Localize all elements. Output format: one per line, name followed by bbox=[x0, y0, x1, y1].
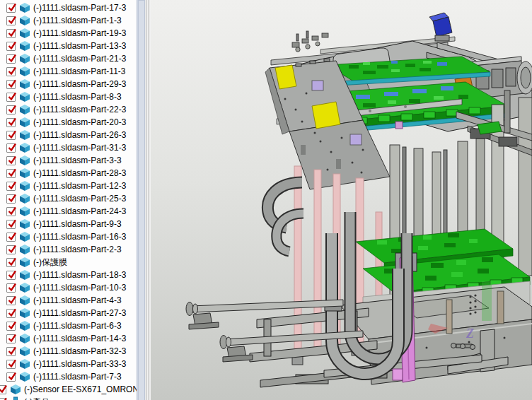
tree-item[interactable]: (-)1111.sldasm-Part-22-3 bbox=[0, 103, 137, 116]
visibility-checkbox[interactable] bbox=[6, 29, 16, 38]
tree-item-label: (-)1111.sldasm-Part-25-3 bbox=[33, 194, 126, 204]
visibility-checkbox[interactable] bbox=[6, 207, 16, 216]
tree-item[interactable]: (-)產品 bbox=[0, 396, 137, 400]
visibility-checkbox[interactable] bbox=[6, 54, 16, 64]
tree-item[interactable]: (-)1111.sldasm-Part-32-3 bbox=[0, 345, 137, 358]
tree-item-label: (-)1111.sldasm-Part-3-3 bbox=[33, 155, 122, 165]
model-viewport[interactable]: Z bbox=[151, 0, 532, 400]
tree-item[interactable]: (-)1111.sldasm-Part-31-3 bbox=[0, 141, 137, 154]
tree-item[interactable]: (-)1111.sldasm-Part-18-3 bbox=[0, 269, 137, 281]
visibility-checkbox[interactable] bbox=[6, 233, 16, 242]
visibility-checkbox[interactable] bbox=[6, 80, 16, 89]
part-cube-icon bbox=[19, 167, 30, 179]
tree-item-label: (-)1111.sldasm-Part-22-3 bbox=[33, 105, 126, 114]
visibility-checkbox[interactable] bbox=[6, 16, 16, 25]
tree-item[interactable]: (-)1111.sldasm-Part-27-3 bbox=[0, 307, 137, 319]
tree-item-label: (-)1111.sldasm-Part-18-3 bbox=[33, 270, 126, 280]
tree-item[interactable]: (-)1111.sldasm-Part-4-3 bbox=[0, 294, 137, 307]
part-cube-icon bbox=[19, 307, 30, 319]
feature-tree: (-)1111.sldasm-Part-17-3(-)1111.sldasm-P… bbox=[0, 0, 137, 400]
tree-item[interactable]: (-)1111.sldasm-Part-10-3 bbox=[0, 281, 137, 294]
visibility-checkbox[interactable] bbox=[6, 347, 16, 356]
visibility-checkbox[interactable] bbox=[6, 67, 16, 76]
tree-item-label: (-)Sensor EE-SX671_OMRON_3 bbox=[24, 384, 137, 394]
visibility-checkbox[interactable] bbox=[6, 182, 16, 191]
tree-item[interactable]: (-)1111.sldasm-Part-24-3 bbox=[0, 205, 137, 218]
part-cube-icon bbox=[19, 91, 30, 102]
tree-item[interactable]: (-)1111.sldasm-Part-19-3 bbox=[0, 27, 137, 40]
visibility-checkbox[interactable] bbox=[6, 322, 16, 331]
tree-item[interactable]: (-)1111.sldasm-Part-25-3 bbox=[0, 192, 137, 205]
tree-item-label: (-)1111.sldasm-Part-24-3 bbox=[33, 206, 126, 216]
tree-item[interactable]: (-)1111.sldasm-Part-21-3 bbox=[0, 52, 137, 65]
tree-item[interactable]: (-)1111.sldasm-Part-11-3 bbox=[0, 65, 137, 78]
visibility-checkbox[interactable] bbox=[0, 385, 6, 394]
part-cube-icon bbox=[19, 142, 30, 153]
tree-item[interactable]: (-)1111.sldasm-Part-13-3 bbox=[0, 40, 137, 52]
tree-scrollbar[interactable] bbox=[137, 0, 145, 400]
tree-item-label: (-)1111.sldasm-Part-20-3 bbox=[33, 117, 126, 127]
visibility-checkbox[interactable] bbox=[6, 271, 16, 280]
visibility-checkbox[interactable] bbox=[6, 220, 16, 229]
part-cube-icon bbox=[19, 66, 30, 77]
part-cube-icon bbox=[19, 53, 30, 64]
tree-item[interactable]: (-)1111.sldasm-Part-9-3 bbox=[0, 218, 137, 230]
tree-item-label: (-)1111.sldasm-Part-17-3 bbox=[33, 3, 126, 13]
tree-item[interactable]: (-)1111.sldasm-Part-14-3 bbox=[0, 332, 137, 345]
tree-item[interactable]: (-)保護膜 bbox=[0, 256, 137, 269]
tree-item[interactable]: (-)1111.sldasm-Part-8-3 bbox=[0, 90, 137, 103]
tree-item[interactable]: (-)1111.sldasm-Part-17-3 bbox=[0, 1, 137, 14]
tree-item[interactable]: (-)1111.sldasm-Part-3-3 bbox=[0, 154, 137, 167]
tree-item[interactable]: (-)1111.sldasm-Part-2-3 bbox=[0, 243, 137, 256]
visibility-checkbox[interactable] bbox=[6, 42, 16, 51]
part-cube-icon bbox=[19, 333, 30, 344]
visibility-checkbox[interactable] bbox=[6, 309, 16, 318]
tree-item-label: (-)1111.sldasm-Part-33-3 bbox=[33, 359, 126, 369]
tree-item[interactable]: (-)1111.sldasm-Part-28-3 bbox=[0, 167, 137, 180]
scrollbar-thumb[interactable] bbox=[138, 0, 145, 400]
tree-item-label: (-)1111.sldasm-Part-12-3 bbox=[33, 181, 126, 191]
part-cube-icon bbox=[19, 28, 30, 39]
tree-item[interactable]: (-)1111.sldasm-Part-12-3 bbox=[0, 180, 137, 192]
visibility-checkbox[interactable] bbox=[6, 4, 16, 13]
tree-item-label: (-)1111.sldasm-Part-2-3 bbox=[33, 245, 122, 254]
visibility-checkbox[interactable] bbox=[6, 105, 16, 114]
solidworks-window: { "palette":{ "check_red":"#c00000","cub… bbox=[0, 0, 532, 400]
tree-item[interactable]: (-)1111.sldasm-Part-20-3 bbox=[0, 116, 137, 129]
tree-item-label: (-)1111.sldasm-Part-9-3 bbox=[33, 219, 122, 229]
visibility-checkbox[interactable] bbox=[6, 258, 16, 267]
part-cube-icon bbox=[19, 346, 30, 357]
part-cube-icon bbox=[19, 282, 30, 293]
visibility-checkbox[interactable] bbox=[6, 334, 16, 343]
tree-item-label: (-)1111.sldasm-Part-32-3 bbox=[33, 346, 126, 356]
visibility-checkbox[interactable] bbox=[6, 283, 16, 293]
tree-item-label: (-)1111.sldasm-Part-29-3 bbox=[33, 79, 126, 89]
tree-item[interactable]: (-)1111.sldasm-Part-16-3 bbox=[0, 230, 137, 243]
tree-item[interactable]: (-)1111.sldasm-Part-33-3 bbox=[0, 358, 137, 370]
visibility-checkbox[interactable] bbox=[6, 360, 16, 369]
visibility-checkbox[interactable] bbox=[6, 131, 16, 140]
tree-item-label: (-)1111.sldasm-Part-21-3 bbox=[33, 54, 126, 64]
visibility-checkbox[interactable] bbox=[6, 118, 16, 127]
tree-item[interactable]: (-)1111.sldasm-Part-6-3 bbox=[0, 319, 137, 332]
visibility-checkbox[interactable] bbox=[6, 169, 16, 178]
tree-item[interactable]: (-)1111.sldasm-Part-7-3 bbox=[0, 370, 137, 383]
visibility-checkbox[interactable] bbox=[6, 156, 16, 165]
panel-splitter[interactable] bbox=[145, 0, 151, 400]
tree-item[interactable]: (-)Sensor EE-SX671_OMRON_3 bbox=[0, 383, 137, 396]
cad-model[interactable]: Z bbox=[151, 0, 532, 400]
part-cube-icon bbox=[19, 180, 30, 192]
visibility-checkbox[interactable] bbox=[6, 245, 16, 254]
tree-item[interactable]: (-)1111.sldasm-Part-1-3 bbox=[0, 14, 137, 27]
visibility-checkbox[interactable] bbox=[6, 93, 16, 102]
part-cube-icon bbox=[19, 218, 30, 230]
tree-item[interactable]: (-)1111.sldasm-Part-26-3 bbox=[0, 129, 137, 141]
tree-item[interactable]: (-)1111.sldasm-Part-29-3 bbox=[0, 78, 137, 90]
visibility-checkbox[interactable] bbox=[6, 143, 16, 153]
visibility-checkbox[interactable] bbox=[6, 194, 16, 204]
visibility-checkbox[interactable] bbox=[6, 372, 16, 382]
visibility-checkbox[interactable] bbox=[0, 398, 6, 400]
part-cube-icon bbox=[19, 244, 30, 255]
visibility-checkbox[interactable] bbox=[6, 296, 16, 305]
part-cube-icon bbox=[19, 104, 30, 115]
